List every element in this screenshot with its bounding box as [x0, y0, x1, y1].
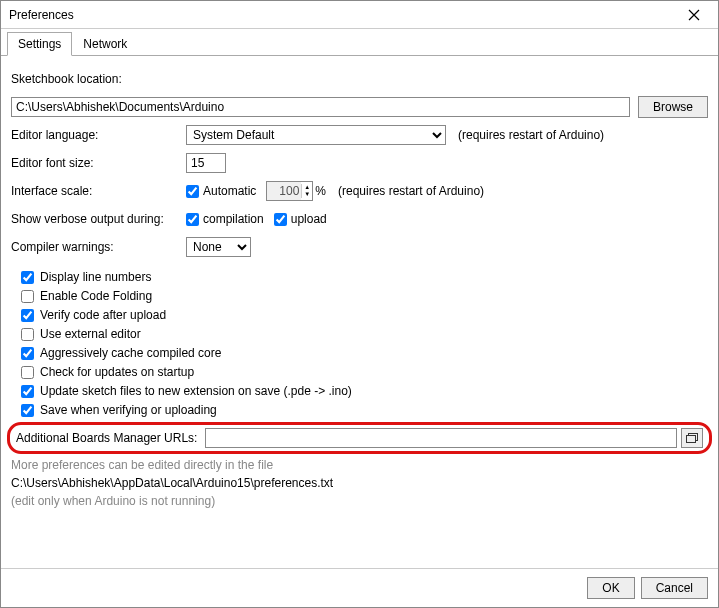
upload-checkbox[interactable] — [274, 213, 287, 226]
automatic-label: Automatic — [203, 184, 256, 198]
close-button[interactable] — [674, 2, 714, 28]
additional-urls-row: Additional Boards Manager URLs: — [7, 422, 712, 454]
save-verify-label: Save when verifying or uploading — [40, 403, 217, 417]
language-select[interactable]: System Default — [186, 125, 446, 145]
automatic-checkbox[interactable] — [186, 185, 199, 198]
window-title: Preferences — [9, 8, 74, 22]
compilation-label: compilation — [203, 212, 264, 226]
verbose-label: Show verbose output during: — [11, 212, 186, 226]
compilation-checkbox-wrap[interactable]: compilation — [186, 212, 264, 226]
line-numbers-label: Display line numbers — [40, 270, 151, 284]
spinner-arrows[interactable]: ▲▼ — [301, 184, 312, 198]
language-restart-note: (requires restart of Arduino) — [458, 128, 604, 142]
tabs: Settings Network — [1, 31, 718, 56]
tab-settings[interactable]: Settings — [7, 32, 72, 56]
warnings-select[interactable]: None — [186, 237, 251, 257]
prefs-path[interactable]: C:\Users\Abhishek\AppData\Local\Arduino1… — [11, 476, 708, 490]
verify-checkbox[interactable] — [21, 309, 34, 322]
edit-note: (edit only when Arduino is not running) — [11, 494, 708, 508]
svg-rect-1 — [687, 435, 696, 442]
fontsize-label: Editor font size: — [11, 156, 186, 170]
sketchbook-input[interactable] — [11, 97, 630, 117]
language-label: Editor language: — [11, 128, 186, 142]
fontsize-input[interactable] — [186, 153, 226, 173]
automatic-checkbox-wrap[interactable]: Automatic — [186, 184, 256, 198]
scale-restart-note: (requires restart of Arduino) — [338, 184, 484, 198]
scale-spinner[interactable]: ▲▼ — [266, 181, 313, 201]
additional-urls-label: Additional Boards Manager URLs: — [16, 431, 197, 445]
upload-label: upload — [291, 212, 327, 226]
scale-label: Interface scale: — [11, 184, 186, 198]
browse-button[interactable]: Browse — [638, 96, 708, 118]
more-prefs-note: More preferences can be edited directly … — [11, 458, 708, 472]
check-updates-label: Check for updates on startup — [40, 365, 194, 379]
verify-label: Verify code after upload — [40, 308, 166, 322]
warnings-label: Compiler warnings: — [11, 240, 186, 254]
ok-button[interactable]: OK — [587, 577, 634, 599]
percent-label: % — [315, 184, 326, 198]
save-verify-checkbox[interactable] — [21, 404, 34, 417]
external-editor-checkbox[interactable] — [21, 328, 34, 341]
dialog-footer: OK Cancel — [1, 568, 718, 607]
code-folding-label: Enable Code Folding — [40, 289, 152, 303]
titlebar: Preferences — [1, 1, 718, 29]
sketchbook-label: Sketchbook location: — [11, 72, 122, 86]
upload-checkbox-wrap[interactable]: upload — [274, 212, 327, 226]
line-numbers-checkbox[interactable] — [21, 271, 34, 284]
compilation-checkbox[interactable] — [186, 213, 199, 226]
cancel-button[interactable]: Cancel — [641, 577, 708, 599]
cache-core-checkbox[interactable] — [21, 347, 34, 360]
code-folding-checkbox[interactable] — [21, 290, 34, 303]
additional-urls-input[interactable] — [205, 428, 677, 448]
expand-urls-button[interactable] — [681, 428, 703, 448]
external-editor-label: Use external editor — [40, 327, 141, 341]
update-ext-label: Update sketch files to new extension on … — [40, 384, 352, 398]
settings-panel: Sketchbook location: Browse Editor langu… — [1, 56, 718, 508]
check-updates-checkbox[interactable] — [21, 366, 34, 379]
window-icon — [686, 433, 698, 444]
update-ext-checkbox[interactable] — [21, 385, 34, 398]
scale-value[interactable] — [267, 182, 301, 200]
tab-network[interactable]: Network — [72, 32, 138, 56]
cache-core-label: Aggressively cache compiled core — [40, 346, 221, 360]
